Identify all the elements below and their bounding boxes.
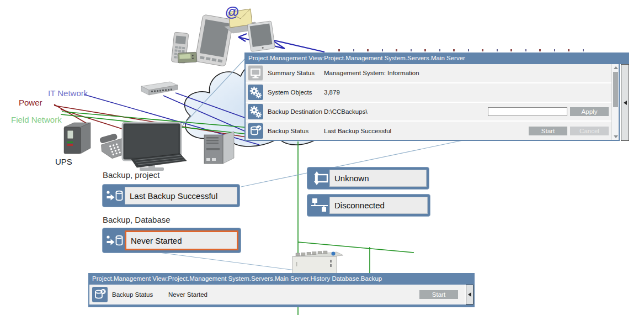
- tile-backup-database[interactable]: Never Started: [102, 228, 241, 253]
- backup-database-label: Backup, Database: [103, 215, 171, 224]
- tile-disconnected-status: Disconnected: [329, 197, 428, 214]
- backup-to-database-icon: [105, 187, 125, 204]
- pager-icon: [178, 52, 197, 63]
- tablet-icon: [247, 21, 275, 52]
- chevron-left-icon: [624, 101, 627, 105]
- history-popup-titlebar[interactable]: Project.Management View:Project.Manageme…: [89, 273, 473, 285]
- row-label: Summary Status: [268, 70, 324, 76]
- tile-disconnected[interactable]: Disconnected: [307, 194, 430, 217]
- start-button[interactable]: Start: [529, 127, 567, 135]
- monitor-icon: [248, 65, 263, 81]
- screen-transfer-icon: [310, 170, 329, 187]
- row-value: Management System: Information: [324, 70, 611, 76]
- field-network-label: Field Network: [11, 115, 62, 124]
- vertical-scrollbar[interactable]: [611, 64, 619, 140]
- main-popup-titlebar[interactable]: Project.Management View:Project.Manageme…: [244, 53, 629, 64]
- row-value: Last Backup Successful: [324, 128, 529, 134]
- backup-destination-input[interactable]: [488, 107, 567, 116]
- ups-label: UPS: [55, 157, 72, 166]
- database-check-icon: [248, 123, 263, 139]
- apply-button[interactable]: Apply: [570, 107, 609, 116]
- row-label: Backup Status: [268, 128, 324, 134]
- row-label: Backup Destination: [268, 108, 324, 115]
- row-backup-status: Backup Status Last Backup Successful Sta…: [246, 122, 611, 140]
- collapse-handle[interactable]: [466, 285, 473, 305]
- tower-pc-icon: [204, 132, 234, 164]
- row-label: System Objects: [268, 89, 324, 96]
- row-value: Never Started: [168, 291, 419, 298]
- tile-backup-project-status: Last Backup Successful: [125, 187, 237, 204]
- row-value: D:\CCBackups\: [324, 108, 488, 115]
- chevron-left-icon: [468, 292, 471, 297]
- network-nodes-icon: [310, 197, 329, 214]
- power-label: Power: [19, 98, 42, 107]
- network-switch-icon: [141, 82, 178, 95]
- tile-unknown[interactable]: Unknown: [307, 167, 429, 190]
- svg-text:@: @: [225, 3, 239, 20]
- cancel-button[interactable]: Cancel: [570, 127, 609, 135]
- tile-backup-project[interactable]: Last Backup Successful: [102, 184, 240, 207]
- row-summary-status: Summary Status Management System: Inform…: [246, 64, 611, 82]
- history-backup-popup: Project.Management View:Project.Manageme…: [88, 273, 475, 307]
- main-server-popup: Project.Management View:Project.Manageme…: [244, 53, 629, 141]
- it-network-label: IT Network: [48, 88, 88, 98]
- tile-unknown-status: Unknown: [329, 170, 427, 187]
- row-value: 3,879: [324, 89, 611, 96]
- obscured-text-remnants: [338, 49, 584, 51]
- collapse-handle[interactable]: [621, 64, 629, 141]
- pda-icon: [195, 14, 233, 66]
- gears-icon: [248, 104, 263, 119]
- tile-backup-database-status: Never Started: [125, 230, 238, 250]
- database-x-icon: [92, 287, 108, 302]
- scroll-down-arrow-icon[interactable]: [612, 133, 619, 140]
- row-backup-destination: Backup Destination D:\CCBackups\ Apply: [246, 103, 611, 121]
- row-label: Backup Status: [112, 291, 168, 298]
- row-history-backup-status: Backup Status Never Started Start: [89, 285, 465, 305]
- scada-backup-view: @: [0, 0, 644, 315]
- row-system-objects: System Objects 3,879: [246, 83, 611, 102]
- start-button[interactable]: Start: [419, 290, 458, 299]
- backup-project-label: Backup, project: [103, 170, 159, 180]
- network-diagram: @: [0, 0, 644, 315]
- gears-icon: [248, 85, 263, 100]
- scroll-up-arrow-icon[interactable]: [612, 64, 619, 71]
- ups-device-icon: [64, 123, 91, 154]
- scrollbar-thumb[interactable]: [613, 72, 618, 107]
- backup-to-database-icon: [105, 232, 125, 249]
